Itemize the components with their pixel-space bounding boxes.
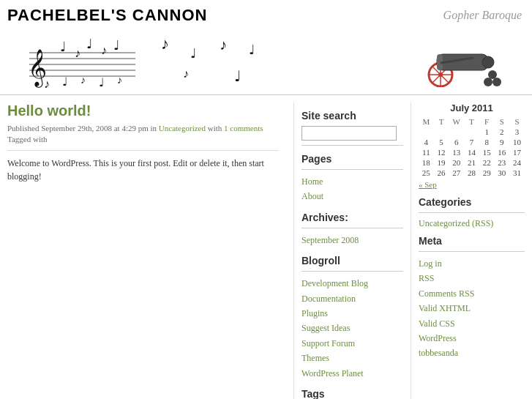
blogroll-support-forum[interactable]: Support Forum xyxy=(301,336,403,351)
floating-notes: ♪ ♩ ♪ ♩ ♪ ♩ xyxy=(146,31,415,89)
svg-point-28 xyxy=(488,70,497,79)
calendar-title: July 2011 xyxy=(419,102,525,113)
svg-point-24 xyxy=(482,56,494,68)
post-published-text: Published September 29th, 2008 at 4:29 p… xyxy=(7,124,157,133)
svg-text:♪: ♪ xyxy=(75,47,80,59)
cal-week-2: 4567 8910 xyxy=(419,137,525,147)
cannon-decoration xyxy=(415,32,510,87)
tags-section-title: Tags xyxy=(301,388,403,399)
svg-text:♪: ♪ xyxy=(101,44,107,56)
blogroll-plugins[interactable]: Plugins xyxy=(301,306,403,321)
page-link-home[interactable]: Home xyxy=(301,174,403,189)
main-wrapper: Hello world! Published September 29th, 2… xyxy=(0,95,532,399)
meta-login[interactable]: Log in xyxy=(419,256,525,271)
cal-day-su: S xyxy=(509,116,525,127)
sidebar-right: July 2011 M T W T F S S 123 xyxy=(411,102,525,399)
content-area: Hello world! Published September 29th, 2… xyxy=(7,102,294,399)
post-content: Welcome to WordPress. This is your first… xyxy=(7,157,279,183)
svg-text:♪: ♪ xyxy=(117,75,122,86)
cal-day-w: W xyxy=(449,116,464,127)
search-section-title: Site search xyxy=(301,110,403,122)
cal-day-s: S xyxy=(495,116,510,127)
page-link-about[interactable]: About xyxy=(301,189,403,204)
svg-point-27 xyxy=(492,78,501,86)
svg-text:♪: ♪ xyxy=(44,78,50,89)
site-tagline: Gopher Baroque xyxy=(443,9,522,22)
svg-text:♩: ♩ xyxy=(86,37,92,51)
svg-text:♩: ♩ xyxy=(99,76,105,89)
meta-valid-css[interactable]: Valid CSS xyxy=(419,316,525,331)
pages-section-title: Pages xyxy=(301,153,403,165)
svg-text:♩: ♩ xyxy=(62,75,68,88)
sidebar-middle: Site search Pages Home About Archives: S… xyxy=(294,102,411,399)
meta-links-list: Log in RSS Comments RSS Valid XHTML Vali… xyxy=(419,256,525,361)
category-uncategorized-link[interactable]: Uncategorized (RSS) xyxy=(419,218,493,228)
blogroll-themes[interactable]: Themes xyxy=(301,351,403,365)
cal-week-5: 25262728 293031 xyxy=(419,168,525,178)
blogroll-list: Development Blog Documentation Plugins S… xyxy=(301,276,403,381)
meta-comments-rss[interactable]: Comments RSS xyxy=(419,286,525,301)
post-title: Hello world! xyxy=(7,102,279,119)
archives-section-title: Archives: xyxy=(301,212,403,223)
prev-month-link[interactable]: « Sep xyxy=(419,180,437,189)
calendar-table: M T W T F S S 123 4567 8910 xyxy=(419,116,525,178)
cal-week-4: 18192021 222324 xyxy=(419,157,525,168)
categories-section-title: Categories xyxy=(419,196,525,208)
music-notes-decoration: 𝄞 ♩ ♪ ♩ ♪ ♩ ♪ ♩ ♪ ♩ ♪ xyxy=(22,31,146,89)
site-header: PACHELBEL'S CANNON Gopher Baroque 𝄞 ♩ ♪ … xyxy=(0,0,532,95)
search-input[interactable] xyxy=(301,126,397,141)
svg-point-26 xyxy=(484,78,492,86)
meta-wordpress[interactable]: WordPress xyxy=(419,331,525,346)
cal-week-1: 123 xyxy=(419,127,525,137)
cal-day-t: T xyxy=(434,116,449,127)
post-category-link[interactable]: Uncategorized xyxy=(159,124,206,133)
post-meta: Published September 29th, 2008 at 4:29 p… xyxy=(7,123,279,146)
meta-valid-xhtml[interactable]: Valid XHTML xyxy=(419,301,525,316)
post-comments-link[interactable]: 1 comments xyxy=(224,124,263,133)
cal-day-th: T xyxy=(464,116,479,127)
meta-section-title: Meta xyxy=(419,235,525,247)
blogroll-suggest-ideas[interactable]: Suggest Ideas xyxy=(301,321,403,335)
blogroll-documentation[interactable]: Documentation xyxy=(301,291,403,306)
blogroll-wp-planet[interactable]: WordPress Planet xyxy=(301,366,403,381)
post-with-text: with xyxy=(208,124,224,133)
post-tags-label: Tagged with xyxy=(7,135,48,143)
blogroll-section-title: Blogroll xyxy=(301,255,403,266)
header-art: 𝄞 ♩ ♪ ♩ ♪ ♩ ♪ ♩ ♪ ♩ ♪ ♪ ♩ ♪ ♩ ♪ ♩ xyxy=(7,25,525,94)
svg-text:♪: ♪ xyxy=(80,75,86,86)
pages-list: Home About xyxy=(301,174,403,204)
meta-tobbesanda[interactable]: tobbesanda xyxy=(419,346,525,360)
svg-text:♩: ♩ xyxy=(60,40,66,54)
blogroll-dev-blog[interactable]: Development Blog xyxy=(301,276,403,291)
archive-link-sep2008[interactable]: September 2008 xyxy=(301,233,403,247)
cal-day-m: M xyxy=(419,116,434,127)
cal-week-3: 11121314 151617 xyxy=(419,147,525,157)
meta-rss[interactable]: RSS xyxy=(419,271,525,286)
svg-text:♩: ♩ xyxy=(113,38,119,53)
cal-day-f: F xyxy=(479,116,495,127)
